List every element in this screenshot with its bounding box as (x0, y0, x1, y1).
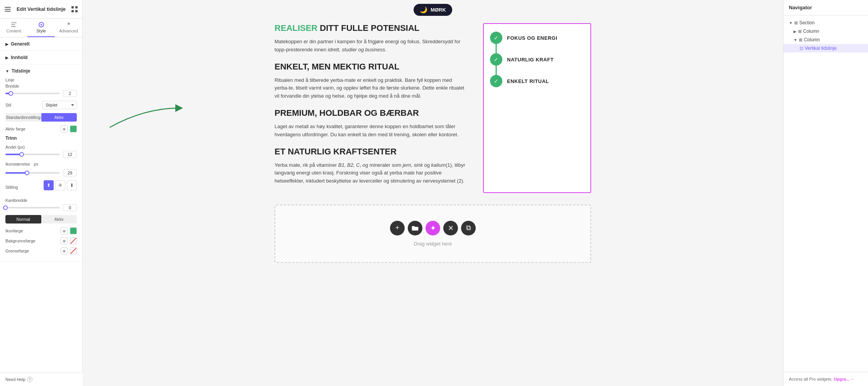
ikonfarge-row: Ikonfarge ⊕ (5, 227, 77, 234)
normal-btn[interactable]: Normal (5, 215, 41, 223)
kant-track[interactable] (5, 207, 60, 208)
aktiv2-btn[interactable]: Aktiv (41, 215, 77, 223)
align-top[interactable]: ⬆ (44, 180, 54, 190)
ikonfarge-link[interactable]: ⊕ (61, 227, 68, 234)
navigator-title: Navigator (783, 0, 868, 15)
ikon-row: Ikonstørrelse px (5, 162, 77, 166)
section-3-desc: Laget av metall av høy kvalitet, garante… (275, 123, 468, 139)
bredde-input[interactable]: 2 (63, 90, 77, 97)
nav-column-2[interactable]: ▼ ⊞ Column (783, 36, 868, 44)
bakgrunn-link[interactable]: ⊕ (61, 237, 68, 244)
bakgrunn-row: Bakgrunnsfarge ⊕ (5, 237, 77, 244)
ikonfarge-label: Ikonfarge (5, 229, 61, 233)
drop-zone[interactable]: + ✦ ✕ ⧉ Drag widget here (275, 205, 591, 263)
kantbredde-label: Kantbredde (5, 198, 77, 203)
nav-tree: ▼ ⊞ Section ▶ ⊞ Column ▼ ⊞ Column ⊡ Vert… (783, 15, 868, 56)
stilling-label: Stilling (5, 185, 44, 190)
ikon-label: Ikonstørrelse (5, 162, 30, 166)
align-bottom[interactable]: ⬇ (67, 180, 77, 190)
ikonfarge-controls: ⊕ (61, 227, 77, 234)
dark-mode-toggle[interactable]: 🌙 MØRK (414, 4, 452, 16)
tab-advanced[interactable]: Advanced (55, 19, 82, 37)
bredde-track[interactable] (5, 93, 60, 94)
dark-mode-label: MØRK (431, 7, 446, 13)
section-generelt[interactable]: ▶ Generelt (0, 37, 82, 51)
svg-rect-4 (75, 6, 78, 8)
content-section: REALISER DITT FULLE POTENSIAL Matekoppen… (275, 23, 591, 263)
upgrade-link[interactable]: Upgra... (834, 377, 849, 381)
ikon-thumb[interactable] (25, 171, 29, 175)
dz-sparkle-btn[interactable]: ✦ (426, 221, 440, 235)
main-content: 🌙 MØRK REALISER DITT FULLE POTENSIAL Mat… (83, 0, 783, 386)
kant-slider-row: 0 (5, 204, 77, 211)
section-1-highlight: REALISER (275, 23, 317, 33)
ikon-fill (5, 172, 27, 174)
timeline-check-2: ✓ (490, 53, 502, 66)
stil-select[interactable]: Stiplet Hel Prikket (42, 101, 77, 109)
bredde-thumb[interactable] (8, 91, 13, 96)
grense-label: Grensefarge (5, 249, 61, 253)
section-innhold[interactable]: ▶ Innhold (0, 51, 82, 64)
bakgrunn-swatch[interactable] (70, 237, 77, 244)
need-help[interactable]: Need Help ? (0, 372, 83, 386)
linje-section: Linje Bredde 2 Stil Stiplet Hel Prikket (5, 78, 77, 132)
andel-slider-row: 12 (5, 151, 77, 158)
svg-point-11 (41, 24, 42, 25)
timeline-item-2: ✓ NATURLIG KRAFT (490, 53, 584, 66)
kant-thumb[interactable] (3, 205, 8, 210)
section-2-title: ENKELT, MEN MEKTIG RITUAL (275, 62, 468, 72)
trinn-title: Trinn (5, 135, 77, 141)
grid-icon[interactable] (71, 5, 78, 13)
aktiv-btn[interactable]: Aktiv (41, 113, 77, 122)
timeline-text-1: FOKUS OG ENERGI (507, 35, 557, 41)
aktiv-farge-controls: ⊕ (61, 125, 77, 132)
aktiv-farge-row: Aktiv farge ⊕ (5, 125, 77, 132)
kant-input[interactable]: 0 (63, 204, 77, 211)
align-row: ⬆ ✛ ⬇ (44, 180, 77, 190)
timeline-text-3: ENKELT RITUAL (507, 78, 549, 84)
stil-row: Stil Stiplet Hel Prikket (5, 101, 77, 109)
dz-copy-btn[interactable]: ⧉ (461, 221, 476, 235)
ikon-track[interactable] (5, 172, 60, 174)
stilling-btn[interactable]: Standardinnstilling (5, 113, 41, 122)
ikon-input[interactable]: 29 (63, 169, 77, 176)
svg-rect-0 (5, 7, 11, 8)
svg-rect-5 (71, 10, 74, 12)
aktiv-farge-swatch[interactable] (70, 125, 77, 132)
andel-thumb[interactable] (19, 152, 24, 157)
grense-swatch[interactable] (70, 247, 77, 254)
tidslinje-title[interactable]: ▼ Tidslinje (5, 68, 77, 74)
tab-content[interactable]: Content (0, 19, 27, 37)
andel-label: Andel (px) (5, 145, 77, 149)
panel-body: ▶ Generelt ▶ Innhold ▼ Tidslinje Linje B… (0, 37, 82, 386)
section-tidslinje: ▼ Tidslinje Linje Bredde 2 Stil St (0, 64, 82, 262)
tab-style[interactable]: Style (27, 19, 55, 37)
andel-track[interactable] (5, 154, 60, 155)
dz-add-btn[interactable]: + (390, 221, 405, 235)
stilling-row: Stilling ⬆ ✛ ⬇ (5, 180, 77, 194)
andel-input[interactable]: 12 (63, 151, 77, 158)
timeline-column: ✓ FOKUS OG ENERGI ✓ NATURLIG KRAFT ✓ ENK… (483, 23, 591, 193)
left-header: Edit Vertikal tidslinje (0, 0, 82, 19)
section-1-desc: Matekoppen er din partner i kampen for å… (275, 38, 468, 54)
nav-vertikal-tidslinje[interactable]: ⊡ Vertikal tidslinje (783, 44, 868, 52)
arrow-annotation (106, 100, 183, 131)
hamburger-icon[interactable] (4, 5, 12, 13)
nav-column-1[interactable]: ▶ ⊞ Column (783, 27, 868, 36)
dz-folder-btn[interactable] (408, 221, 422, 235)
stil-label: Stil (5, 103, 42, 107)
grense-link[interactable]: ⊕ (61, 247, 68, 254)
aktiv-farge-link-icon[interactable]: ⊕ (61, 125, 68, 132)
align-center[interactable]: ✛ (55, 180, 65, 190)
svg-rect-7 (11, 22, 17, 23)
ikonfarge-swatch[interactable] (70, 227, 77, 234)
timeline-check-1: ✓ (490, 32, 502, 44)
timeline-area: REALISER DITT FULLE POTENSIAL Matekoppen… (275, 23, 591, 193)
dz-x-btn[interactable]: ✕ (443, 221, 458, 235)
nav-section[interactable]: ▼ ⊞ Section (783, 19, 868, 27)
ikon-unit: px (34, 162, 39, 166)
left-panel: Edit Vertikal tidslinje Content Style Ad… (0, 0, 83, 386)
right-footer: Access all Pro widgets. Upgra... ··· (783, 372, 868, 386)
svg-rect-6 (75, 10, 78, 12)
svg-rect-9 (11, 26, 16, 27)
